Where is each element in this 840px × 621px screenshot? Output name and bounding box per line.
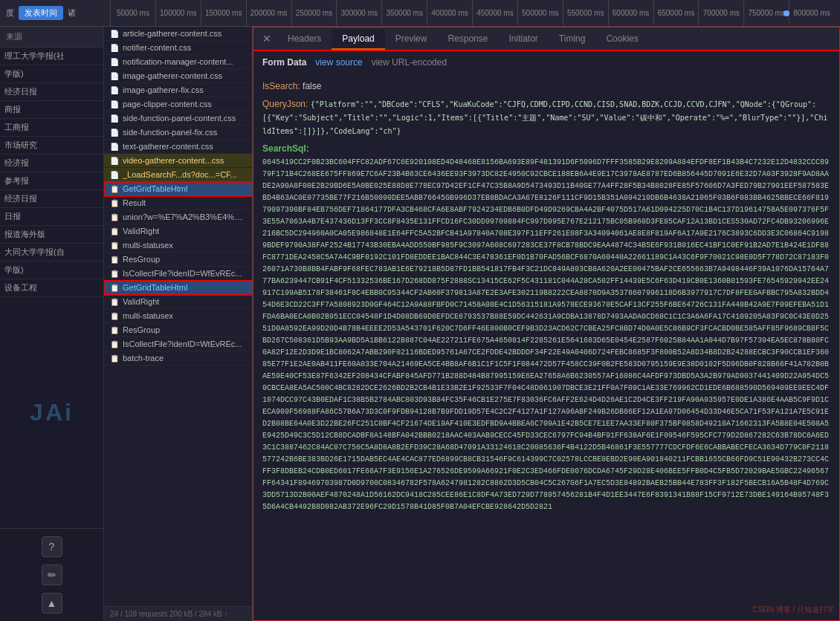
view-source-link[interactable]: view source [315,57,362,68]
file-list-item[interactable]: 📄image-gatherer-content.css [104,69,252,83]
file-list-item[interactable]: 📄_LoadSearchF...ds?doc...=CF... [104,168,252,182]
sidebar-item[interactable]: 大同大学学报(自 [0,244,103,261]
file-icon: 📄 [110,143,119,151]
file-list-item[interactable]: 📋Result [104,196,252,210]
file-list-item[interactable]: 📄side-function-panel-content.css [104,111,252,126]
tabs-bar: ✕ HeadersPayloadPreviewResponseInitiator… [253,27,839,51]
file-list-item[interactable]: 📄text-gatherer-content.css [104,140,252,154]
sidebar-item[interactable]: 报道海外版 [0,226,103,244]
search-sql-label: SearchSql: [262,143,830,154]
is-search-row: IsSearch: false [262,79,830,93]
left-sidebar: 来源 理工大学学报(社学版)经济日报商报工商报市场研究经济报参考报经济日报日报报… [0,27,104,621]
close-tab-button[interactable]: ✕ [256,30,277,48]
file-name: IsCollectFile?idenID=WtEvREc... [123,339,242,348]
tab-payload[interactable]: Payload [332,29,384,50]
timeline-tick: 400000 ms [427,0,472,26]
file-icon: 📄 [110,86,119,94]
file-list-item[interactable]: 📋ResGroup [104,253,252,267]
up-tool-button[interactable]: ▲ [42,593,62,614]
sidebar-item[interactable]: 日报 [0,208,103,226]
sidebar-sections: 理工大学学报(社学版)经济日报商报工商报市场研究经济报参考报经济日报日报报道海外… [0,48,103,297]
file-list-item[interactable]: 📄side-function-panel-fix.css [104,126,252,140]
tab-cookies[interactable]: Cookies [595,29,648,50]
is-search-val: false [303,81,321,91]
timeline-tick: 800000 ms [789,0,834,26]
timeline-tick: 100000 ms [155,0,201,26]
file-list-item[interactable]: 📋ResGroup [104,323,252,337]
sidebar-item[interactable]: 设备工程 [0,279,103,297]
file-icon: 📄 [110,157,119,165]
timeline-tick: 500000 ms [517,0,563,26]
timeline-tick: 450000 ms [472,0,517,26]
file-list-item[interactable]: 📄image-gatherer-fix.css [104,83,252,97]
tab-initiator[interactable]: Initiator [498,29,548,50]
file-name: multi-statusex [123,241,173,250]
file-list-item[interactable]: 📋batch-trace [104,351,252,365]
file-list-item[interactable]: 📋IsCollectFile?idenID=WtEvREc... [104,337,252,351]
timeline-bar: 度 发表时间 诸 50000 ms100000 ms150000 ms20000… [0,0,840,27]
file-list-item[interactable]: 📋GetGridTableHtml [104,281,252,295]
timeline-tick: 600000 ms [608,0,653,26]
help-tool-button[interactable]: ? [42,536,62,557]
timeline-degree-label: 度 [6,7,14,19]
file-name: ValidRight [123,297,159,306]
file-icon: 📋 [110,213,119,221]
content-area: 来源 理工大学学报(社学版)经济日报商报工商报市场研究经济报参考报经济日报日报报… [0,27,840,621]
publish-suffix: 诸 [68,7,76,19]
sidebar-item[interactable]: 经济日报 [0,190,103,208]
file-name: side-function-panel-content.css [123,114,236,123]
file-icon: 📄 [110,72,119,80]
file-name: ValidRight [123,227,159,235]
tab-timing[interactable]: Timing [549,29,596,50]
file-list-item[interactable]: 📄notification-manager-content... [104,55,252,69]
file-list-item[interactable]: 📋ValidRight [104,295,252,309]
file-list-item[interactable]: 📄article-gatherer-content.css [104,27,252,41]
detail-panel: ✕ HeadersPayloadPreviewResponseInitiator… [253,27,840,621]
timeline-tick: 350000 ms [381,0,427,26]
sidebar-item[interactable]: 学版) [0,261,103,279]
file-name: Result [123,198,146,207]
tab-headers[interactable]: Headers [277,29,332,50]
sidebar-item[interactable]: 市场研究 [0,137,103,155]
file-icon: 📄 [110,44,119,52]
file-name: article-gatherer-content.css [123,29,222,38]
file-list-item[interactable]: 📋multi-statusex [104,309,252,323]
file-list-item[interactable]: 📋IsCollectFile?idenID=WfEvREc... [104,267,252,281]
source-label: 来源 [0,27,103,48]
edit-tool-button[interactable]: ✏ [42,565,62,585]
file-list-item[interactable]: 📄page-clipper-content.css [104,97,252,111]
file-icon: 📋 [110,185,119,193]
sidebar-item[interactable]: 学版) [0,65,103,83]
timeline-tick: 750000 ms [743,0,789,26]
file-list-item[interactable]: 📋GetGridTableHtml [104,182,252,196]
form-data-label: Form Data [262,57,306,68]
sidebar-item[interactable]: 参考报 [0,172,103,190]
file-name: page-clipper-content.css [123,100,212,108]
file-name: _LoadSearchF...ds?doc...=CF... [123,170,237,179]
file-name: GetGridTableHtml [123,283,187,292]
sidebar-item[interactable]: 商报 [0,101,103,119]
publish-time-button[interactable]: 发表时间 [19,6,63,20]
sidebar-item[interactable]: 工商报 [0,119,103,137]
payload-area[interactable]: IsSearch: false QueryJson: {"Platform":"… [253,74,839,620]
tab-preview[interactable]: Preview [385,29,438,50]
file-list-panel: 📄article-gatherer-content.css📄notifier-c… [104,27,253,621]
timeline-marker [784,10,789,16]
timeline-tick: 650000 ms [653,0,699,26]
view-url-encoded-link[interactable]: view URL-encoded [372,57,447,68]
sidebar-item[interactable]: 理工大学学报(社 [0,48,103,65]
file-list-item[interactable]: 📋multi-statusex [104,238,252,253]
file-name: side-function-panel-fix.css [123,128,217,137]
file-name: text-gatherer-content.css [123,142,213,151]
tab-response[interactable]: Response [437,29,498,50]
form-data-section: IsSearch: false QueryJson: {"Platform":"… [262,79,830,137]
file-list-item[interactable]: 📋ValidRight [104,224,252,238]
file-list-item[interactable]: 📋union?w=%E7%A2%B3%E4%B... [104,210,252,224]
file-name: multi-statusex [123,311,173,320]
file-list-item[interactable]: 📄notifier-content.css [104,41,252,55]
file-icon: 📋 [110,354,119,362]
file-list-item[interactable]: 📄video-gatherer-content...css [104,154,252,168]
sidebar-item[interactable]: 经济报 [0,155,103,172]
sidebar-item[interactable]: 经济日报 [0,83,103,101]
timeline-left: 度 发表时间 诸 [6,6,110,20]
